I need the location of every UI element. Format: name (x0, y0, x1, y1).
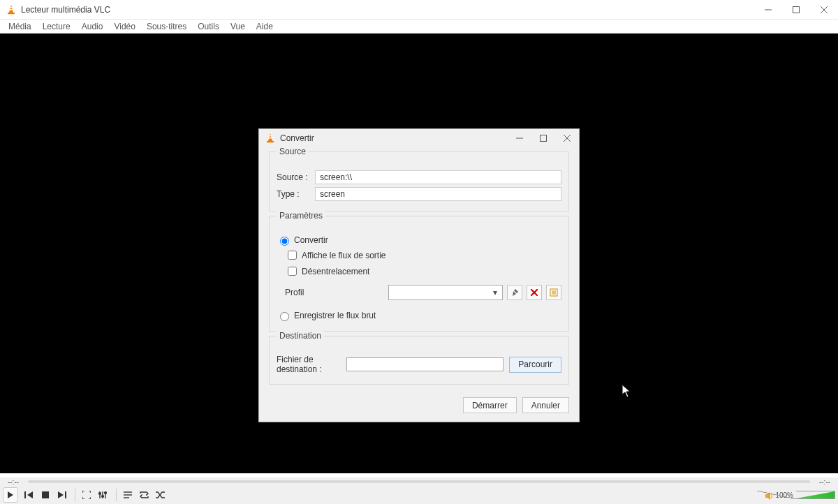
svg-point-17 (99, 493, 101, 495)
svg-marker-10 (27, 491, 33, 498)
menu-outils[interactable]: Outils (192, 20, 225, 33)
svg-marker-12 (58, 491, 64, 498)
play-button[interactable] (3, 487, 18, 503)
dialog-footer: Démarrer Annuler (259, 392, 579, 422)
svg-rect-2 (9, 9, 13, 10)
source-legend: Source (277, 147, 309, 156)
previous-button[interactable] (22, 488, 36, 502)
dialog-maximize-button[interactable] (531, 129, 555, 147)
svg-rect-27 (267, 141, 274, 142)
svg-rect-11 (42, 491, 49, 498)
time-remaining: --:-- (814, 478, 835, 486)
svg-point-19 (105, 492, 107, 494)
convert-dialog: Convertir Source Source : screen:\\ Type… (258, 128, 580, 422)
check-deinterlace[interactable]: Désentrelacement (285, 265, 561, 278)
menu-lecture[interactable]: Lecture (37, 20, 76, 33)
dialog-title: Convertir (280, 133, 314, 143)
menu-vue[interactable]: Vue (225, 20, 251, 33)
dialog-close-button[interactable] (555, 129, 579, 147)
extended-settings-button[interactable] (96, 488, 110, 502)
check-deinterlace-label: Désentrelacement (302, 267, 369, 276)
svg-rect-25 (269, 135, 272, 136)
check-display-output-label: Affiche le flux de sortie (302, 251, 386, 260)
dest-group: Destination Fichier de destination : Par… (269, 336, 569, 385)
svg-rect-5 (793, 6, 800, 13)
start-button[interactable]: Démarrer (463, 397, 517, 413)
dest-file-label: Fichier de destination : (277, 355, 346, 374)
check-display-output[interactable]: Affiche le flux de sortie (285, 249, 561, 262)
shuffle-button[interactable] (153, 488, 167, 502)
time-elapsed: --:-- (3, 478, 24, 486)
source-group: Source Source : screen:\\ Type : screen (269, 151, 569, 212)
main-titlebar: Lecteur multimédia VLC (0, 0, 838, 20)
type-label: Type : (277, 189, 315, 199)
chevron-down-icon: ▾ (490, 288, 501, 297)
menu-media[interactable]: Média (3, 20, 37, 33)
params-legend: Paramètres (277, 211, 325, 221)
svg-point-18 (102, 496, 104, 498)
main-close-button[interactable] (810, 0, 838, 20)
radio-convert-input[interactable] (280, 237, 289, 246)
seek-slider[interactable] (28, 480, 810, 483)
params-group: Paramètres Convertir Affiche le flux de … (269, 216, 569, 332)
profile-edit-button[interactable] (507, 285, 522, 300)
radio-raw-label: Enregistrer le flux brut (294, 311, 376, 320)
type-value: screen (315, 187, 561, 201)
svg-marker-8 (8, 491, 13, 498)
svg-rect-29 (541, 135, 547, 142)
cancel-button[interactable]: Annuler (522, 397, 569, 413)
volume-slider[interactable] (796, 491, 835, 499)
loop-button[interactable] (137, 488, 151, 502)
source-label: Source : (277, 172, 315, 182)
dest-legend: Destination (277, 331, 324, 341)
main-window-title: Lecteur multimédia VLC (21, 5, 110, 15)
svg-rect-26 (268, 138, 272, 139)
svg-rect-1 (10, 7, 13, 8)
menu-aide[interactable]: Aide (251, 20, 279, 33)
browse-button[interactable]: Parcourir (509, 357, 561, 373)
playlist-button[interactable] (121, 488, 135, 502)
check-display-output-input[interactable] (288, 251, 297, 260)
next-button[interactable] (54, 488, 68, 502)
check-deinterlace-input[interactable] (288, 267, 297, 276)
dialog-titlebar: Convertir (259, 129, 579, 147)
seekbar: --:-- --:-- (0, 477, 838, 486)
radio-raw[interactable]: Enregistrer le flux brut (277, 310, 561, 321)
profile-delete-button[interactable] (527, 285, 542, 300)
source-value: screen:\\ (315, 170, 561, 184)
svg-rect-13 (65, 491, 66, 498)
radio-convert-label: Convertir (294, 235, 328, 245)
fullscreen-button[interactable] (80, 488, 94, 502)
profile-label: Profil (285, 288, 311, 297)
svg-marker-24 (268, 133, 272, 141)
profile-new-button[interactable] (546, 285, 561, 300)
main-minimize-button[interactable] (754, 0, 782, 20)
menu-sous-titres[interactable]: Sous-titres (141, 20, 192, 33)
menu-video[interactable]: Vidéo (108, 20, 140, 33)
svg-marker-0 (9, 5, 13, 13)
stop-button[interactable] (38, 488, 52, 502)
vlc-cone-icon (6, 4, 17, 15)
vlc-cone-icon (265, 133, 276, 144)
radio-raw-input[interactable] (280, 312, 289, 321)
dest-file-input[interactable] (346, 357, 503, 371)
menu-audio[interactable]: Audio (76, 20, 109, 33)
profile-combobox[interactable]: ▾ (388, 285, 503, 300)
menubar: Média Lecture Audio Vidéo Sous-titres Ou… (0, 20, 838, 34)
main-maximize-button[interactable] (782, 0, 810, 20)
controls-bar: 100% (0, 486, 838, 504)
radio-convert[interactable]: Convertir (277, 235, 561, 246)
svg-rect-9 (24, 491, 26, 498)
svg-rect-3 (8, 13, 15, 14)
dialog-minimize-button[interactable] (508, 129, 531, 147)
